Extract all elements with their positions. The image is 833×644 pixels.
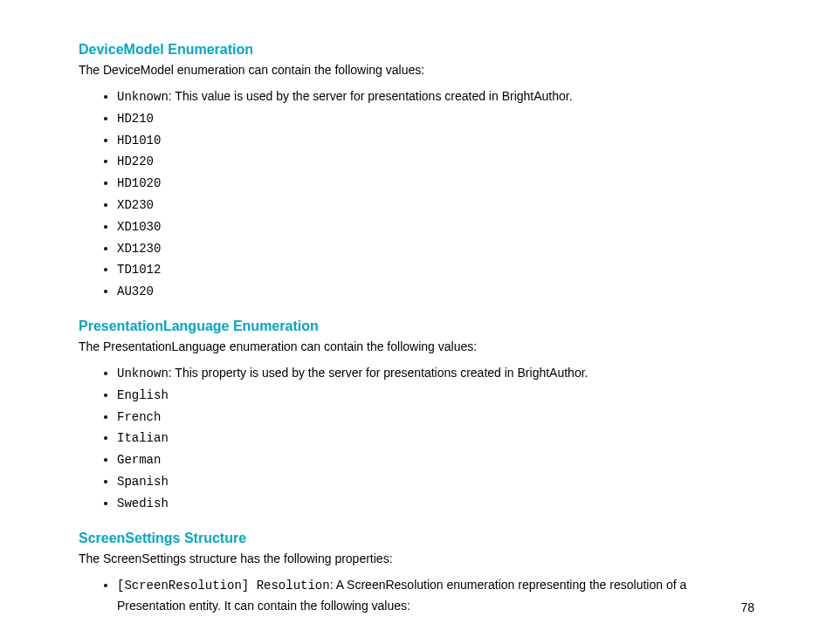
list-item: HD1020 — [117, 173, 754, 195]
section-intro: The DeviceModel enumeration can contain … — [79, 61, 754, 79]
enum-value: HD220 — [117, 154, 154, 168]
enum-value: Italian — [117, 431, 169, 445]
list-item: XD230 — [117, 195, 754, 216]
section-heading-presentationlanguage: PresentationLanguage Enumeration — [79, 319, 754, 334]
list-item: HD1010 — [117, 130, 754, 152]
list-item: Unknown: This value is used by the serve… — [117, 86, 754, 108]
enum-value: XD1230 — [117, 242, 161, 256]
enum-value: HD1020 — [117, 176, 161, 190]
enum-desc: : This property is used by the server fo… — [169, 366, 589, 380]
list-item: Spanish — [117, 471, 754, 493]
list-item: Swedish — [117, 493, 754, 515]
list-item: HD210 — [117, 108, 754, 130]
list-item: [ScreenResolution] Resolution: A ScreenR… — [117, 575, 754, 618]
enum-desc: : This value is used by the server for p… — [169, 89, 573, 103]
enum-value: XD1030 — [117, 220, 161, 234]
list-item: Italian — [117, 428, 754, 449]
enum-value: Swedish — [117, 497, 169, 510]
enum-value: TD1012 — [117, 263, 161, 277]
devicemodel-enum-list: Unknown: This value is used by the serve… — [79, 86, 754, 303]
list-item: XD1230 — [117, 238, 754, 260]
enum-value: English — [117, 388, 169, 402]
presentationlanguage-enum-list: Unknown: This property is used by the se… — [79, 363, 754, 515]
list-item: AU320 — [117, 281, 754, 303]
page-number: 78 — [740, 600, 754, 614]
list-item: HD220 — [117, 151, 754, 173]
list-item: English — [117, 385, 754, 407]
enum-value: Spanish — [117, 475, 169, 489]
section-heading-screensettings: ScreenSettings Structure — [79, 531, 754, 546]
enum-value: Unknown — [117, 90, 169, 104]
enum-value: French — [117, 410, 161, 424]
enum-value: German — [117, 453, 161, 467]
list-item: French — [117, 407, 754, 428]
enum-value: XD230 — [117, 198, 154, 212]
list-item: XD1030 — [117, 216, 754, 238]
enum-value: HD1010 — [117, 134, 161, 147]
enum-value: Unknown — [117, 367, 169, 380]
page-content: DeviceModel Enumeration The DeviceModel … — [0, 0, 833, 617]
enum-value: HD210 — [117, 112, 154, 126]
list-item: German — [117, 449, 754, 471]
section-heading-devicemodel: DeviceModel Enumeration — [79, 42, 754, 58]
section-intro: The ScreenSettings structure has the fol… — [79, 550, 754, 568]
enum-value: AU320 — [117, 284, 154, 298]
section-intro: The PresentationLanguage enumeration can… — [79, 338, 754, 356]
enum-value: [ScreenResolution] Resolution — [117, 579, 330, 593]
list-item: TD1012 — [117, 259, 754, 281]
screensettings-property-list: [ScreenResolution] Resolution: A ScreenR… — [79, 575, 754, 618]
list-item: Unknown: This property is used by the se… — [117, 363, 754, 385]
